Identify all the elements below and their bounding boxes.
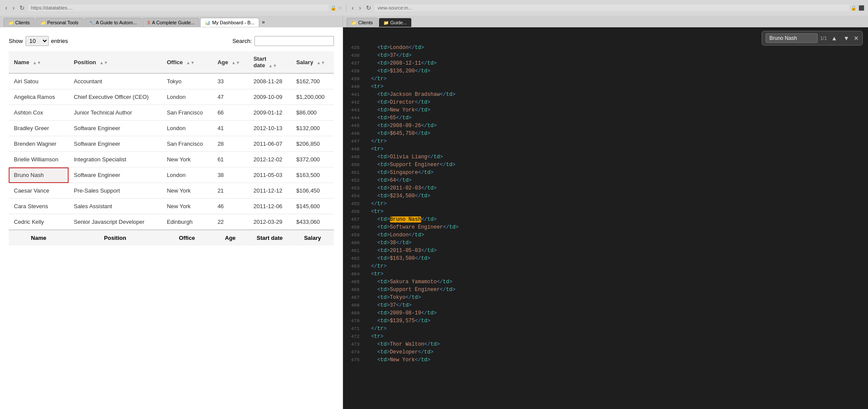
line-content: <td>New York</td>: [365, 107, 868, 115]
tab-my-dashboard[interactable]: 📊 My Dashboard - B...: [200, 18, 259, 27]
source-line: 468 <td>37</td>: [343, 302, 868, 310]
sort-icon-position: ▲▼: [99, 60, 108, 65]
table-row[interactable]: Cedric KellySenior Javascript DeveloperE…: [9, 214, 334, 230]
line-content: <tr>: [365, 209, 868, 216]
tab-guide-autom[interactable]: 🔧 A Guide to Autom...: [84, 18, 142, 27]
source-line: 474 <td>Developer</td>: [343, 349, 868, 357]
forward-button-left[interactable]: ›: [11, 3, 17, 12]
table-row[interactable]: Brenden WagnerSoftware EngineerSan Franc…: [9, 136, 334, 152]
source-line: 438 <td>$136,200</td>: [343, 68, 868, 76]
find-input[interactable]: [766, 33, 818, 43]
source-line: 467 <td>Tokyo</td>: [343, 294, 868, 302]
search-input[interactable]: [254, 36, 334, 46]
table-row[interactable]: Brielle WilliamsonIntegration Specialist…: [9, 152, 334, 167]
source-line: 448 <tr>: [343, 146, 868, 154]
source-line: 449 <td>Olivia Liang</td>: [343, 154, 868, 162]
line-number: 441: [343, 92, 365, 99]
cell-office: Tokyo: [162, 73, 212, 89]
source-line: 441 <td>Jackson Bradshaw</td>: [343, 92, 868, 99]
tab-guide-right[interactable]: 📁 Guide...: [379, 18, 412, 27]
cell-salary: $433,060: [291, 214, 334, 230]
line-number: 460: [343, 240, 365, 248]
source-line: 457 <td>Bruno Nash</td>: [343, 216, 868, 224]
table-row[interactable]: Cara StevensSales AssistantNew York46201…: [9, 199, 334, 214]
back-button-left[interactable]: ‹: [3, 3, 9, 12]
source-line: 464 <tr>: [343, 271, 868, 279]
table-row[interactable]: Bruno NashSoftware EngineerLondon382011-…: [9, 167, 334, 183]
table-row[interactable]: Bradley GreerSoftware EngineerLondon4120…: [9, 121, 334, 136]
cell-office: London: [162, 167, 212, 183]
line-number: 438: [343, 68, 365, 76]
refresh-button-right[interactable]: ↻: [364, 3, 373, 12]
cell-salary: $206,850: [291, 136, 334, 152]
search-label: Search:: [232, 38, 252, 44]
source-line: 456 <tr>: [343, 209, 868, 216]
table-row[interactable]: Ashton CoxJunior Technical AuthorSan Fra…: [9, 105, 334, 121]
sort-icon-name: ▲▼: [33, 60, 41, 65]
forward-button-right[interactable]: ›: [357, 3, 363, 12]
cell-start-date: 2011-12-06: [248, 199, 291, 214]
tab-clients-left[interactable]: 📁 Clients: [3, 18, 35, 27]
entries-select[interactable]: 10 25 50 100: [26, 36, 49, 46]
sort-icon-age: ▲▼: [231, 60, 240, 65]
source-line: 462 <td>$163,500</td>: [343, 255, 868, 263]
cell-start-date: 2008-11-28: [248, 73, 291, 89]
tab-label-4: A Complete Guide...: [152, 20, 195, 25]
cell-name: Bruno Nash: [9, 167, 69, 183]
show-entries-control: Show 10 25 50 100 entries: [9, 36, 68, 46]
tab-clients-right[interactable]: 📁 Clients: [347, 18, 378, 27]
find-close-button[interactable]: ✕: [854, 35, 859, 42]
cell-office: San Francisco: [162, 105, 212, 121]
find-down-button[interactable]: ▼: [842, 34, 851, 43]
back-button-right[interactable]: ‹: [350, 3, 356, 12]
line-number: 458: [343, 224, 365, 232]
cell-name: Cara Stevens: [9, 199, 69, 214]
line-content: <td>London</td>: [365, 45, 868, 52]
line-number: 447: [343, 138, 365, 146]
line-content: <td>$163,500</td>: [365, 255, 868, 263]
tab-label: Clients: [15, 20, 30, 25]
source-line: 472 <tr>: [343, 334, 868, 341]
line-content: </tr>: [365, 201, 868, 209]
cell-age: 21: [212, 183, 248, 199]
tab-overflow-left[interactable]: »: [260, 17, 267, 27]
col-office[interactable]: Office ▲▼: [162, 51, 212, 73]
source-line: 471 </tr>: [343, 326, 868, 334]
line-content: <td>2011-05-03</td>: [365, 248, 868, 255]
table-row[interactable]: Angelica RamosChief Executive Officer (C…: [9, 89, 334, 105]
line-content: <td>Thor Walton</td>: [365, 341, 868, 349]
find-up-button[interactable]: ▲: [829, 34, 839, 43]
cell-age: 66: [212, 105, 248, 121]
line-number: 445: [343, 123, 365, 131]
cell-office: London: [162, 121, 212, 136]
star-icon-left: ☆: [338, 5, 343, 11]
col-start-date[interactable]: Startdate ▲▼: [248, 51, 291, 73]
table-row[interactable]: Airi SatouAccountantTokyo332008-11-28$16…: [9, 73, 334, 89]
line-content: <td>2009-08-19</td>: [365, 310, 868, 318]
source-line: 469 <td>2009-08-19</td>: [343, 310, 868, 318]
line-content: <td>2011-02-03</td>: [365, 185, 868, 193]
line-number: 474: [343, 349, 365, 357]
tab-personal-tools[interactable]: 📁 Personal Tools: [36, 18, 83, 27]
source-line: 470 <td>$139,575</td>: [343, 318, 868, 326]
line-content: <td>Sakura Yamamoto</td>: [365, 279, 868, 287]
col-age[interactable]: Age ▲▼: [212, 51, 248, 73]
col-salary[interactable]: Salary ▲▼: [291, 51, 334, 73]
source-line: 454 <td>$234,500</td>: [343, 193, 868, 201]
source-line: 458 <td>Software Engineer</td>: [343, 224, 868, 232]
tool-icon: 🔧: [89, 20, 94, 25]
col-name[interactable]: Name ▲▼: [9, 51, 69, 73]
source-line: 444 <td>65</td>: [343, 115, 868, 123]
table-row[interactable]: Caesar VancePre-Sales SupportNew York212…: [9, 183, 334, 199]
footer-position: Position: [69, 230, 162, 245]
line-content: <td>Jackson Bradshaw</td>: [365, 92, 868, 99]
source-line: 455 </tr>: [343, 201, 868, 209]
line-number: 440: [343, 84, 365, 92]
cell-start-date: 2009-10-09: [248, 89, 291, 105]
cell-age: 38: [212, 167, 248, 183]
source-line: 443 <td>New York</td>: [343, 107, 868, 115]
refresh-button-left[interactable]: ↻: [18, 3, 26, 12]
col-position[interactable]: Position ▲▼: [69, 51, 162, 73]
tab-complete-guide[interactable]: S A Complete Guide...: [142, 18, 199, 27]
cell-position: Software Engineer: [69, 136, 162, 152]
